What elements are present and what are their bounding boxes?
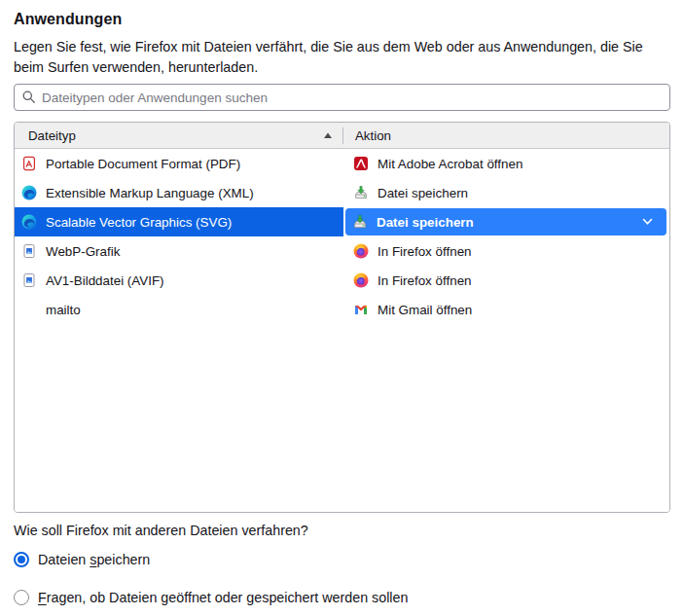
table-body: Portable Document Format (PDF) Mit Adobe… <box>15 149 669 512</box>
filetype-label: Portable Document Format (PDF) <box>46 157 240 171</box>
radio-selected-icon[interactable] <box>14 552 29 567</box>
action-cell[interactable]: Mit Adobe Acrobat öffnen <box>343 149 669 178</box>
page-title: Anwendungen <box>14 10 670 29</box>
table-row-pdf[interactable]: Portable Document Format (PDF) Mit Adobe… <box>15 149 669 178</box>
table-row-mailto[interactable]: mailto Mit Gmail öffnen <box>15 295 669 324</box>
image-file-icon <box>21 272 37 288</box>
filetype-label: Extensible Markup Language (XML) <box>46 186 254 200</box>
search-box <box>14 84 670 111</box>
action-cell[interactable]: In Firefox öffnen <box>343 266 669 295</box>
column-header-action-label: Aktion <box>355 128 391 143</box>
radio-unselected-icon[interactable] <box>14 590 29 605</box>
acrobat-icon <box>353 156 369 171</box>
column-header-action[interactable]: Aktion <box>343 123 669 148</box>
column-header-filetype-label: Dateityp <box>28 128 323 143</box>
action-dropdown-button[interactable]: Datei speichern <box>345 208 666 236</box>
save-icon <box>352 214 368 230</box>
action-label: Datei speichern <box>377 215 474 230</box>
save-icon <box>353 185 369 200</box>
chevron-down-icon <box>642 218 653 226</box>
table-row-svg-selected[interactable]: Scalable Vector Graphics (SVG) Datei spe… <box>15 207 669 236</box>
action-cell[interactable]: Mit Gmail öffnen <box>343 295 669 324</box>
table-empty-area <box>15 324 669 512</box>
action-label: In Firefox öffnen <box>378 273 472 288</box>
action-label: In Firefox öffnen <box>378 244 472 259</box>
action-cell[interactable]: Datei speichern <box>343 178 669 207</box>
filetype-cell: AV1-Bilddatei (AVIF) <box>15 266 343 295</box>
radio-label: Dateien speichern <box>38 552 150 567</box>
edge-icon <box>21 214 37 230</box>
gmail-icon <box>353 302 369 317</box>
filetype-label: Scalable Vector Graphics (SVG) <box>46 215 232 230</box>
column-header-filetype[interactable]: Dateityp <box>15 123 342 148</box>
table-row-xml[interactable]: Extensible Markup Language (XML) Datei s… <box>15 178 669 207</box>
filetype-cell: Scalable Vector Graphics (SVG) <box>15 207 343 236</box>
applications-settings-panel: Anwendungen Legen Sie fest, wie Firefox … <box>0 0 684 605</box>
table-row-webp[interactable]: WebP-Grafik In Firefox öffnen <box>15 236 669 266</box>
sort-ascending-icon <box>323 131 333 139</box>
pdf-file-icon <box>21 156 37 171</box>
filetype-cell: Portable Document Format (PDF) <box>15 149 343 178</box>
image-file-icon <box>21 243 37 259</box>
filetype-cell: mailto <box>15 295 343 324</box>
firefox-icon <box>353 272 369 288</box>
filetype-cell: Extensible Markup Language (XML) <box>15 178 343 207</box>
search-input[interactable] <box>14 84 670 111</box>
other-files-question: Wie soll Firefox mit anderen Dateien ver… <box>14 522 670 540</box>
action-label: Mit Adobe Acrobat öffnen <box>378 157 522 171</box>
action-cell: Datei speichern <box>343 207 669 236</box>
table-row-avif[interactable]: AV1-Bilddatei (AVIF) In Firefox öffnen <box>15 266 669 295</box>
action-cell[interactable]: In Firefox öffnen <box>343 236 669 266</box>
radio-option-save-files[interactable]: Dateien speichern <box>14 552 670 567</box>
table-header: Dateityp Aktion <box>15 123 669 149</box>
page-description: Legen Sie fest, wie Firefox mit Dateien … <box>14 37 671 78</box>
filetype-label: mailto <box>46 303 81 317</box>
search-icon <box>21 90 36 104</box>
handlers-table: Dateityp Aktion Portable Document Fo <box>14 122 670 513</box>
radio-label: Fragen, ob Dateien geöffnet oder gespeic… <box>38 590 408 605</box>
filetype-label: WebP-Grafik <box>46 244 120 259</box>
file-type-icon-placeholder <box>21 302 37 317</box>
firefox-icon <box>353 243 369 259</box>
action-label: Datei speichern <box>378 186 468 200</box>
filetype-cell: WebP-Grafik <box>15 236 343 266</box>
edge-icon <box>21 185 37 200</box>
filetype-label: AV1-Bilddatei (AVIF) <box>46 273 164 288</box>
action-label: Mit Gmail öffnen <box>378 303 472 317</box>
radio-option-ask[interactable]: Fragen, ob Dateien geöffnet oder gespeic… <box>14 590 670 605</box>
